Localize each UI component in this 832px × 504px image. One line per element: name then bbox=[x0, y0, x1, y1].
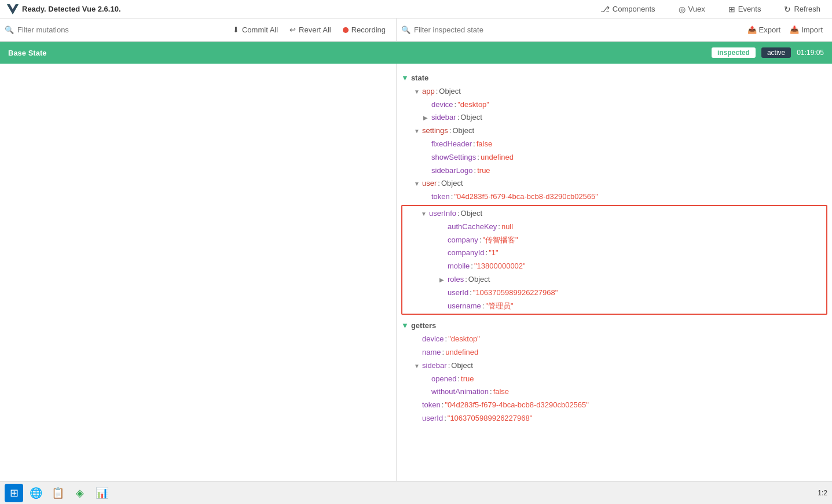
nav-vuex-label: Vuex bbox=[688, 5, 705, 13]
topbar: Ready. Detected Vue 2.6.10. ⎇ Components… bbox=[0, 0, 832, 19]
vuex-icon: ◎ bbox=[679, 5, 686, 14]
revert-all-label: Revert All bbox=[299, 25, 331, 34]
export-button[interactable]: 📤 Export bbox=[743, 23, 786, 36]
tree-row-getters-token: token: "04d283f5-f679-4bca-bcb8-d3290cb0… bbox=[406, 399, 832, 412]
tree-row-username: username: "管理员" bbox=[402, 300, 826, 313]
tree-row-getters-sidebar: ▼ sidebar: Object bbox=[406, 359, 832, 373]
main-area: ▼ state ▼ app: Object device: "desktop" … bbox=[0, 64, 832, 481]
recording-label: Recording bbox=[351, 25, 386, 34]
toolbar: 🔍 ⬇ Commit All ↩ Revert All Recording 🔍 … bbox=[0, 19, 832, 42]
chevron-app[interactable]: ▼ bbox=[414, 87, 422, 97]
mutations-panel bbox=[0, 64, 397, 481]
chevron-userInfo[interactable]: ▼ bbox=[421, 209, 429, 219]
tree-row-settings: ▼ settings: Object bbox=[406, 124, 832, 138]
userinfo-highlight-box: ▼ userInfo: Object authCacheKey: null co… bbox=[401, 205, 827, 315]
app-title: Ready. Detected Vue 2.6.10. bbox=[22, 5, 121, 13]
state-section-label: state bbox=[411, 72, 428, 84]
tree-row-device: device: "desktop" bbox=[415, 98, 832, 112]
import-label: Import bbox=[801, 25, 823, 34]
badge-active: active bbox=[761, 47, 791, 58]
tree-row-getters-name: name: undefined bbox=[406, 346, 832, 359]
toolbar-left: 🔍 ⬇ Commit All ↩ Revert All Recording bbox=[0, 19, 397, 41]
toolbar-right: 🔍 📤 Export 📥 Import bbox=[397, 19, 832, 41]
nav-vuex[interactable]: ◎ Vuex bbox=[674, 2, 710, 16]
filter-mutations-input-wrapper[interactable]: 🔍 bbox=[5, 25, 227, 34]
tree-row-getters-device: device: "desktop" bbox=[406, 333, 832, 346]
badge-inspected: inspected bbox=[712, 47, 756, 58]
revert-all-button[interactable]: ↩ Revert All bbox=[284, 23, 337, 36]
state-section-header: ▼ state bbox=[397, 72, 832, 85]
timestamp: 01:19:05 bbox=[797, 49, 824, 57]
tree-row-getters-withoutAnimation: withoutAnimation: false bbox=[415, 385, 832, 399]
state-section-arrow[interactable]: ▼ bbox=[401, 72, 409, 84]
nav-refresh-label: Refresh bbox=[794, 5, 820, 13]
tree-row-roles: ▶ roles: Object bbox=[402, 273, 826, 286]
tree-row-mobile: mobile: "13800000002" bbox=[402, 260, 826, 273]
nav-components[interactable]: ⎇ Components bbox=[596, 2, 660, 16]
tree-row-authCacheKey: authCacheKey: null bbox=[402, 220, 826, 234]
nav-components-label: Components bbox=[613, 5, 655, 13]
commit-all-label: Commit All bbox=[242, 25, 278, 34]
import-button[interactable]: 📥 Import bbox=[785, 23, 827, 36]
tree-row-showSettings: showSettings: undefined bbox=[415, 151, 832, 164]
export-label: Export bbox=[759, 25, 781, 34]
components-icon: ⎇ bbox=[600, 5, 610, 14]
search-icon: 🔍 bbox=[5, 25, 14, 34]
chevron-getters-sidebar[interactable]: ▼ bbox=[414, 362, 422, 371]
nav-refresh[interactable]: ↻ Refresh bbox=[779, 2, 825, 16]
commit-icon: ⬇ bbox=[233, 25, 239, 34]
state-bar-title: Base State bbox=[8, 49, 706, 57]
tree-row-companyId: companyId: "1" bbox=[402, 247, 826, 260]
search-state-icon: 🔍 bbox=[401, 25, 410, 34]
export-icon: 📤 bbox=[747, 25, 757, 34]
recording-button[interactable]: Recording bbox=[337, 23, 391, 36]
chevron-sidebar[interactable]: ▶ bbox=[423, 113, 431, 123]
nav-events-label: Events bbox=[738, 5, 761, 13]
tree-row-token: token: "04d283f5-f679-4bca-bcb8-d3290cb0… bbox=[415, 190, 832, 204]
events-icon: ⊞ bbox=[728, 5, 735, 14]
tree-row-getters-opened: opened: true bbox=[415, 373, 832, 386]
filter-mutations-input[interactable] bbox=[17, 25, 227, 34]
chevron-user[interactable]: ▼ bbox=[414, 179, 422, 189]
tree-row-userInfo: ▼ userInfo: Object bbox=[402, 207, 826, 220]
filter-state-input-wrapper[interactable]: 🔍 bbox=[401, 25, 572, 34]
getters-section-label: getters bbox=[411, 320, 436, 332]
revert-icon: ↩ bbox=[289, 25, 296, 34]
svg-marker-1 bbox=[7, 4, 19, 14]
tree-row-company: company: "传智播客" bbox=[402, 234, 826, 247]
tree-row-sidebar: ▶ sidebar: Object bbox=[415, 111, 832, 124]
chevron-settings[interactable]: ▼ bbox=[414, 127, 422, 136]
tree-row-getters-userId: userId: "1063705989926227968" bbox=[406, 412, 832, 425]
tree-row-user: ▼ user: Object bbox=[406, 177, 832, 190]
state-tree: ▼ state ▼ app: Object device: "desktop" … bbox=[397, 68, 832, 429]
chevron-roles[interactable]: ▶ bbox=[439, 275, 448, 285]
tree-row-fixedHeader: fixedHeader: false bbox=[415, 138, 832, 151]
tree-row-userId: userId: "1063705989926227968" bbox=[402, 286, 826, 300]
refresh-icon: ↻ bbox=[784, 5, 791, 14]
import-icon: 📥 bbox=[790, 25, 799, 34]
getters-section-header: ▼ getters bbox=[397, 319, 832, 333]
vue-logo: Ready. Detected Vue 2.6.10. bbox=[7, 3, 121, 15]
state-panel: ▼ state ▼ app: Object device: "desktop" … bbox=[397, 64, 832, 481]
tree-row-app: ▼ app: Object bbox=[406, 85, 832, 98]
getters-section-arrow[interactable]: ▼ bbox=[401, 320, 409, 332]
tree-row-sidebarLogo: sidebarLogo: true bbox=[415, 164, 832, 178]
state-bar: Base State inspected active 01:19:05 bbox=[0, 42, 832, 64]
recording-dot-icon bbox=[343, 27, 349, 33]
commit-all-button[interactable]: ⬇ Commit All bbox=[227, 23, 284, 36]
filter-state-input[interactable] bbox=[414, 25, 572, 34]
nav-events[interactable]: ⊞ Events bbox=[724, 2, 766, 16]
